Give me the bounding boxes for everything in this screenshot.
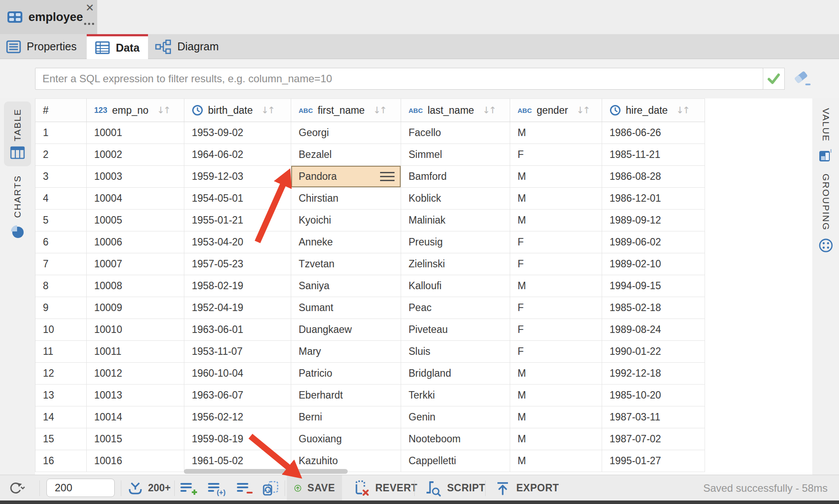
table-cell[interactable]: 1954-05-01 [184, 188, 291, 209]
table-cell[interactable]: Piveteau [401, 319, 510, 340]
table-cell[interactable]: 1985-11-21 [602, 144, 705, 165]
table-cell[interactable]: Anneke [291, 231, 401, 253]
table-cell[interactable]: Terkki [401, 385, 510, 406]
column-header-first-name[interactable]: ABC first_name ↓↑ [291, 98, 401, 122]
table-cell[interactable]: 10005 [87, 210, 184, 231]
table-cell[interactable]: 1952-04-19 [184, 297, 291, 318]
table-cell[interactable]: Simmel [401, 144, 510, 165]
save-button[interactable]: SAVE [287, 475, 342, 501]
sort-icon[interactable]: ↓↑ [483, 105, 495, 116]
table-cell[interactable]: 1990-01-22 [602, 341, 705, 362]
column-header-rownum[interactable]: # [35, 98, 87, 122]
table-cell[interactable]: Preusig [401, 231, 510, 253]
table-cell[interactable]: 10014 [87, 406, 184, 428]
script-button[interactable]: SCRIPT [417, 475, 492, 501]
table-cell[interactable]: 1994-09-15 [602, 275, 705, 297]
table-cell[interactable]: 1992-12-18 [602, 363, 705, 384]
row-number-cell[interactable]: 14 [35, 406, 87, 428]
clear-filter-icon[interactable] [791, 69, 814, 89]
row-number-cell[interactable]: 15 [35, 428, 87, 450]
table-cell[interactable]: 1986-08-28 [602, 166, 705, 187]
table-cell[interactable]: 1953-11-07 [184, 341, 291, 362]
table-cell[interactable]: Mary [291, 341, 401, 362]
table-cell[interactable]: 10006 [87, 231, 184, 253]
table-cell[interactable]: M [510, 428, 602, 450]
table-cell[interactable]: F [510, 231, 602, 253]
row-number-cell[interactable]: 3 [35, 166, 87, 187]
table-cell[interactable]: 10008 [87, 275, 184, 297]
table-cell[interactable]: 10007 [87, 253, 184, 275]
duplicate-row-button[interactable] [261, 475, 280, 501]
row-number-cell[interactable]: 12 [35, 363, 87, 384]
row-number-cell[interactable]: 8 [35, 275, 87, 297]
table-cell[interactable]: Bridgland [401, 363, 510, 384]
table-cell[interactable]: F [510, 144, 602, 165]
row-number-cell[interactable]: 1 [35, 122, 87, 144]
table-cell[interactable]: F [510, 319, 602, 340]
table-cell[interactable]: 10011 [87, 341, 184, 362]
table-cell[interactable]: 1961-05-02 [184, 450, 291, 472]
row-number-cell[interactable]: 9 [35, 297, 87, 318]
table-cell[interactable]: Tzvetan [291, 253, 401, 275]
fetch-more-button[interactable]: 200+ [127, 475, 171, 501]
add-row-button[interactable] [179, 475, 197, 501]
table-cell[interactable]: 10003 [87, 166, 184, 187]
table-cell[interactable]: Kyoichi [291, 210, 401, 231]
horizontal-scrollbar[interactable] [184, 469, 348, 474]
row-number-cell[interactable]: 2 [35, 144, 87, 165]
table-cell[interactable]: Kalloufi [401, 275, 510, 297]
table-cell[interactable]: 1964-06-02 [184, 144, 291, 165]
table-cell[interactable]: F [510, 341, 602, 362]
table-cell[interactable]: Duangkaew [291, 319, 401, 340]
table-cell[interactable]: Saniya [291, 275, 401, 297]
table-cell[interactable]: 1953-04-20 [184, 231, 291, 253]
sort-icon[interactable]: ↓↑ [157, 105, 169, 116]
apply-filter-button[interactable] [763, 68, 785, 90]
cell-menu-icon[interactable] [380, 172, 395, 181]
table-cell[interactable]: Berni [291, 406, 401, 428]
rail-tab-table[interactable]: TABLE [4, 102, 31, 166]
table-cell[interactable]: 1989-02-10 [602, 253, 705, 275]
table-cell[interactable]: M [510, 385, 602, 406]
refresh-button[interactable] [7, 475, 25, 501]
table-cell[interactable]: 1959-12-03 [184, 166, 291, 187]
row-number-cell[interactable]: 4 [35, 188, 87, 209]
table-cell[interactable]: Sluis [401, 341, 510, 362]
table-cell[interactable]: Genin [401, 406, 510, 428]
column-header-last-name[interactable]: ABC last_name ↓↑ [401, 98, 510, 122]
table-cell[interactable]: 1958-02-19 [184, 275, 291, 297]
tab-diagram[interactable]: Diagram [148, 34, 247, 59]
table-cell[interactable]: F [510, 297, 602, 318]
table-cell[interactable]: 1989-06-02 [602, 231, 705, 253]
table-cell[interactable]: Georgi [291, 122, 401, 144]
table-cell[interactable]: 10016 [87, 450, 184, 472]
table-cell[interactable]: F [510, 253, 602, 275]
row-number-cell[interactable]: 7 [35, 253, 87, 275]
table-cell[interactable]: M [510, 122, 602, 144]
table-cell[interactable]: Zielinski [401, 253, 510, 275]
column-header-gender[interactable]: ABC gender ↓↑ [510, 98, 602, 122]
table-cell[interactable]: Kazuhito [291, 450, 401, 472]
table-cell[interactable]: Peac [401, 297, 510, 318]
column-header-hire-date[interactable]: hire_date ↓↑ [602, 98, 705, 122]
table-cell[interactable]: 10013 [87, 385, 184, 406]
tab-properties[interactable]: Properties [0, 34, 87, 59]
row-number-cell[interactable]: 13 [35, 385, 87, 406]
table-cell[interactable]: 1955-01-21 [184, 210, 291, 231]
table-cell[interactable]: M [510, 188, 602, 209]
table-cell[interactable]: M [510, 166, 602, 187]
table-cell[interactable]: 10015 [87, 428, 184, 450]
tab-data[interactable]: Data [87, 34, 148, 59]
table-cell[interactable]: 1963-06-07 [184, 385, 291, 406]
table-cell[interactable]: Pandora [291, 166, 401, 187]
table-cell[interactable]: 1989-08-24 [602, 319, 705, 340]
column-header-birth-date[interactable]: birth_date ↓↑ [184, 98, 291, 122]
editor-tab-employee[interactable]: employee [0, 0, 97, 34]
rail-tab-grouping[interactable]: GROUPING [812, 168, 839, 259]
table-cell[interactable]: 1963-06-01 [184, 319, 291, 340]
table-cell[interactable]: Guoxiang [291, 428, 401, 450]
table-cell[interactable]: Bezalel [291, 144, 401, 165]
table-cell[interactable]: M [510, 406, 602, 428]
table-cell[interactable]: Koblick [401, 188, 510, 209]
table-cell[interactable]: 1987-07-02 [602, 428, 705, 450]
